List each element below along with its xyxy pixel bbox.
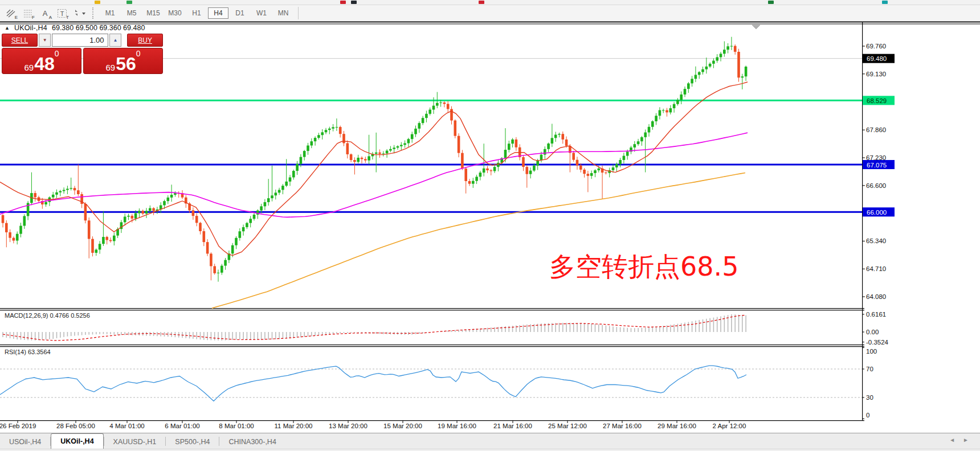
candle-body: [428, 110, 431, 114]
buy-button[interactable]: BUY: [127, 34, 163, 47]
macd-histogram-bar: [713, 318, 714, 332]
time-tick-label: 2 Apr 12:00: [713, 423, 746, 429]
macd-histogram-bar: [530, 324, 531, 332]
candle-body: [411, 134, 414, 140]
macd-histogram-bar: [336, 332, 337, 334]
candle-body: [77, 190, 80, 194]
sell-price-box[interactable]: 69 48 0: [2, 48, 81, 74]
chart-tab-usoilh4[interactable]: USOil-,H4: [0, 435, 50, 449]
candle-body: [278, 190, 281, 192]
macd-histogram-bar: [63, 332, 64, 337]
candle-body: [579, 166, 582, 170]
pane-border: [0, 24, 980, 24]
candle-body: [691, 79, 693, 83]
candle-body: [737, 52, 740, 77]
volume-decrease-button[interactable]: ▼: [39, 34, 51, 47]
price-tick-label: 66.600: [866, 182, 886, 189]
macd-histogram-bar: [121, 332, 122, 335]
candle-body: [249, 219, 252, 223]
candle-body: [418, 123, 421, 129]
horizontal-level-line[interactable]: [0, 100, 862, 101]
candle-body: [594, 170, 597, 173]
macd-histogram-bar: [103, 332, 104, 334]
candle-body: [332, 127, 334, 128]
candle-body: [361, 158, 364, 159]
candle-body: [113, 236, 116, 241]
chart-tab-sp500h4[interactable]: SP500-,H4: [166, 435, 219, 449]
rsi-line: [0, 366, 746, 401]
macd-histogram-bar: [570, 323, 571, 332]
candle-body: [9, 232, 11, 238]
candle-body: [292, 171, 295, 177]
price-badge-label: 69.480: [867, 55, 887, 62]
macd-histogram-bar: [606, 325, 607, 332]
macd-histogram-bar: [673, 324, 675, 332]
tabs-scroll-left-icon[interactable]: ◄: [949, 437, 955, 443]
rsi-tick-label: 30: [866, 394, 873, 401]
macd-histogram-bar: [128, 332, 129, 335]
macd-histogram-bar: [498, 327, 499, 332]
candle-body: [544, 149, 546, 155]
chart-tab-xauusdh1[interactable]: XAUUSD-,H1: [104, 435, 166, 449]
macd-histogram-bar: [200, 332, 201, 339]
candle-body: [264, 202, 267, 206]
rsi-tick-label: 0: [866, 412, 869, 419]
time-tick-label: 26 Feb 2019: [0, 423, 36, 429]
candle-body: [199, 223, 202, 231]
candle-body: [709, 64, 712, 67]
macd-histogram-bar: [96, 332, 97, 334]
down-triangle-marker-icon[interactable]: [752, 25, 760, 29]
macd-histogram-bar: [214, 332, 215, 341]
candle-body: [13, 238, 15, 241]
candle-body: [432, 106, 435, 110]
macd-histogram-bar: [648, 327, 650, 332]
macd-histogram-bar: [494, 327, 495, 332]
candle-body: [458, 136, 460, 153]
macd-histogram-bar: [264, 332, 266, 340]
price-axis-border: [862, 22, 863, 420]
sell-button[interactable]: SELL: [2, 34, 38, 47]
macd-histogram-bar: [315, 332, 316, 336]
macd-histogram-bar: [132, 332, 133, 335]
macd-histogram-bar: [695, 321, 696, 332]
macd-histogram-bar: [275, 332, 276, 339]
macd-histogram-bar: [642, 328, 643, 332]
chart-tab-china300h4[interactable]: CHINA300-,H4: [219, 435, 285, 449]
macd-histogram-bar: [300, 332, 301, 337]
candle-body: [99, 244, 101, 249]
pane-border: [0, 22, 980, 22]
candle-body: [389, 149, 392, 151]
candle-body: [665, 110, 668, 112]
candle-body: [565, 140, 568, 146]
candle-body: [734, 46, 737, 52]
macd-histogram-bar: [42, 332, 43, 340]
horizontal-level-line[interactable]: [0, 164, 862, 166]
macd-histogram-bar: [46, 332, 47, 339]
chart-symbol-label: UKOil-,H4: [14, 24, 47, 32]
buy-price-box[interactable]: 69 56 0: [83, 48, 163, 74]
volume-increase-button[interactable]: ▲: [109, 34, 122, 47]
horizontal-level-line[interactable]: [0, 211, 862, 213]
time-tick-label: 27 Mar 16:00: [603, 423, 642, 429]
tabs-scroll-right-icon[interactable]: ►: [963, 437, 969, 443]
macd-histogram-bar: [451, 330, 452, 332]
macd-histogram-bar: [261, 332, 262, 340]
macd-histogram-bar: [631, 328, 632, 332]
macd-histogram-bar: [577, 323, 578, 332]
candle-body: [206, 242, 209, 253]
chart-tab-ukoilh4[interactable]: UKOil-,H4: [51, 433, 103, 449]
buy-button-label: BUY: [138, 36, 152, 44]
candle-body: [317, 135, 320, 138]
macd-histogram-bar: [505, 326, 506, 332]
macd-histogram-bar: [738, 315, 740, 332]
price-tick-label: 64.710: [866, 265, 886, 272]
macd-histogram-bar: [584, 323, 585, 332]
macd-histogram-bar: [699, 320, 700, 332]
macd-histogram-bar: [92, 332, 93, 334]
collapse-arrow-icon[interactable]: ▲: [5, 25, 10, 31]
macd-histogram-bar: [110, 332, 111, 334]
candle-body: [558, 134, 561, 134]
volume-input[interactable]: 1.00: [52, 34, 108, 47]
candle-body: [105, 237, 108, 240]
macd-histogram-bar: [652, 327, 654, 332]
